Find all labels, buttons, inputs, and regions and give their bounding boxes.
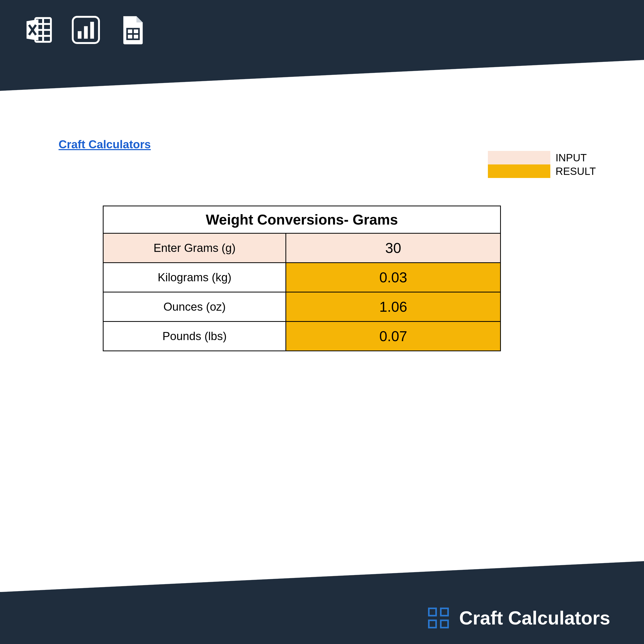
footer-brand-text: Craft Calculators — [459, 607, 610, 629]
table-row: Ounces (oz) 1.06 — [103, 292, 501, 322]
excel-icon — [23, 14, 55, 46]
svg-rect-8 — [90, 22, 94, 39]
svg-rect-7 — [84, 26, 88, 39]
top-diagonal-divider — [0, 60, 644, 91]
table-row: Pounds (lbs) 0.07 — [103, 322, 501, 351]
legend-label-input: INPUT — [550, 152, 587, 164]
color-legend: INPUT RESULT — [488, 151, 597, 178]
legend-row-result: RESULT — [488, 164, 597, 178]
row-label-pounds: Pounds (lbs) — [103, 322, 286, 351]
row-label-ounces: Ounces (oz) — [103, 292, 286, 322]
legend-label-result: RESULT — [550, 165, 596, 177]
brand-link[interactable]: Craft Calculators — [59, 138, 151, 151]
result-kilograms-cell: 0.03 — [286, 263, 501, 292]
footer-bar: Craft Calculators — [0, 592, 644, 644]
top-toolbar — [0, 0, 644, 60]
result-ounces-cell: 1.06 — [286, 292, 501, 322]
svg-rect-6 — [78, 31, 81, 39]
table-row: Enter Grams (g) 30 — [103, 233, 501, 263]
chart-icon — [70, 14, 101, 46]
legend-swatch-input — [488, 151, 550, 164]
result-pounds-cell: 0.07 — [286, 322, 501, 351]
sheets-icon — [117, 14, 148, 46]
legend-row-input: INPUT — [488, 151, 597, 164]
table-row: Kilograms (kg) 0.03 — [103, 263, 501, 292]
input-grams-cell[interactable]: 30 — [286, 233, 501, 263]
row-label-grams: Enter Grams (g) — [103, 233, 286, 263]
legend-swatch-result — [488, 164, 550, 178]
bottom-diagonal-divider — [0, 561, 644, 592]
weight-conversion-table: Weight Conversions- Grams Enter Grams (g… — [103, 206, 501, 351]
brand-squares-icon — [428, 608, 449, 628]
row-label-kilograms: Kilograms (kg) — [103, 263, 286, 292]
table-title: Weight Conversions- Grams — [103, 206, 501, 233]
